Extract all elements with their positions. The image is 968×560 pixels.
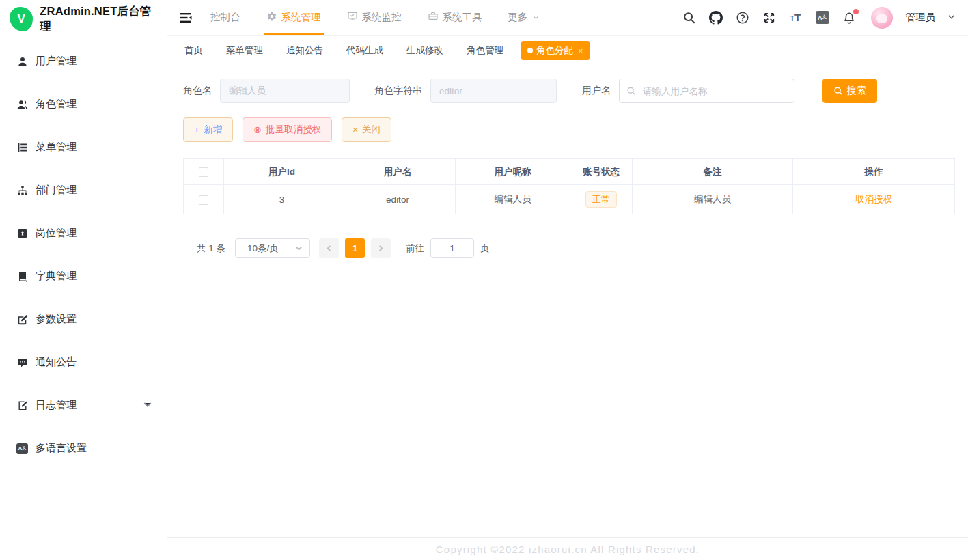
batch-cancel-auth-button[interactable]: ⊗ 批量取消授权	[243, 117, 332, 142]
role-key-field[interactable]	[430, 79, 557, 103]
sidebar-item-menus[interactable]: 菜单管理	[0, 126, 167, 169]
select-all-cell	[184, 159, 224, 185]
cancel-auth-link[interactable]: 取消授权	[855, 194, 892, 204]
tab-role-assign-active[interactable]: 角色分配 ×	[521, 41, 590, 60]
close-button[interactable]: × 关闭	[342, 117, 391, 142]
nav-label: 系统管理	[281, 11, 321, 24]
table-header-row: 用户Id 用户名 用户昵称 账号状态 备注 操作	[184, 159, 955, 185]
sidebar-item-languages[interactable]: A文 多语言设置	[0, 427, 167, 470]
prev-page-button[interactable]	[319, 238, 339, 258]
nav-label: 控制台	[210, 11, 240, 24]
fullscreen-icon[interactable]	[762, 10, 777, 25]
nav-item-system-management[interactable]: 系统管理	[266, 0, 321, 35]
sidebar-item-label: 字典管理	[36, 270, 77, 283]
tab-role-management[interactable]: 角色管理	[467, 44, 503, 57]
page-size-value: 10条/页	[247, 242, 279, 255]
nav-item-console[interactable]: 控制台	[210, 0, 240, 35]
nav-item-more[interactable]: 更多	[508, 0, 540, 35]
top-header: 控制台 系统管理 系统监控 系统工具 更多 TT	[167, 0, 968, 36]
filter-form: 角色名 角色字符串 用户名 搜索	[183, 79, 954, 103]
tab-menu-management[interactable]: 菜单管理	[226, 44, 263, 57]
active-tab-label: 角色分配	[536, 44, 573, 57]
search-icon[interactable]	[682, 10, 697, 25]
select-all-checkbox[interactable]	[199, 167, 208, 177]
badge-icon	[16, 227, 28, 239]
role-name-field[interactable]	[220, 79, 350, 103]
dictionary-icon	[16, 270, 28, 282]
toolbox-icon	[428, 11, 439, 24]
translate-icon[interactable]: A文	[815, 10, 830, 25]
sidebar: V ZRAdmin.NET后台管理 用户管理 角色管理 菜单管理 部门管理 岗位…	[0, 0, 167, 560]
chevron-down-icon[interactable]	[947, 12, 956, 24]
cell-nick-name: 编辑人员	[456, 185, 570, 214]
sidebar-item-label: 用户管理	[36, 55, 77, 68]
add-button[interactable]: + 新增	[183, 117, 233, 142]
logo-row[interactable]: V ZRAdmin.NET后台管理	[0, 0, 167, 38]
main-area: 控制台 系统管理 系统监控 系统工具 更多 TT	[167, 0, 968, 560]
col-user-id: 用户Id	[224, 159, 340, 185]
row-select-cell	[184, 185, 224, 214]
goto-label: 前往	[406, 242, 424, 255]
sidebar-item-posts[interactable]: 岗位管理	[0, 212, 167, 255]
cell-status: 正常	[570, 185, 633, 214]
sidebar-item-dictionary[interactable]: 字典管理	[0, 255, 167, 298]
content-spacer	[183, 258, 954, 537]
tab-notices[interactable]: 通知公告	[286, 44, 323, 57]
toolbar: + 新增 ⊗ 批量取消授权 × 关闭	[183, 117, 954, 142]
user-name[interactable]: 管理员	[906, 11, 936, 24]
page-size-select[interactable]: 10条/页	[235, 238, 310, 258]
sidebar-item-label: 参数设置	[36, 313, 77, 326]
gear-icon	[266, 11, 277, 24]
sidebar-item-users[interactable]: 用户管理	[0, 40, 167, 83]
sidebar-item-label: 部门管理	[36, 184, 77, 197]
current-page-button[interactable]: 1	[345, 238, 365, 258]
tab-code-generation[interactable]: 代码生成	[346, 44, 383, 57]
nav-item-system-monitor[interactable]: 系统监控	[347, 0, 402, 35]
sidebar-menu: 用户管理 角色管理 菜单管理 部门管理 岗位管理 字典管理 参数设置 通知公告	[0, 40, 167, 470]
sidebar-item-departments[interactable]: 部门管理	[0, 169, 167, 212]
table-row: 3 editor 编辑人员 正常 编辑人员 取消授权	[184, 185, 955, 214]
help-icon[interactable]	[735, 10, 750, 25]
sidebar-item-roles[interactable]: 角色管理	[0, 83, 167, 126]
org-chart-icon	[16, 184, 28, 196]
footer: Copyright ©2022 izhaorui.cn All Rights R…	[167, 537, 968, 560]
role-key-label: 角色字符串	[374, 85, 422, 97]
collapse-sidebar-icon[interactable]	[180, 0, 193, 35]
copyright-text: Copyright ©2022 izhaorui.cn All Rights R…	[436, 544, 700, 555]
avatar[interactable]	[871, 7, 893, 29]
font-size-icon[interactable]: TT	[788, 10, 803, 25]
search-button[interactable]: 搜索	[822, 79, 877, 103]
batch-cancel-auth-label: 批量取消授权	[266, 124, 321, 136]
github-icon[interactable]	[708, 10, 723, 25]
sidebar-item-logs[interactable]: 日志管理	[0, 384, 167, 427]
chevron-down-icon	[295, 244, 303, 252]
sidebar-item-notices[interactable]: 通知公告	[0, 341, 167, 384]
user-icon	[16, 55, 28, 67]
tab-generate-modify[interactable]: 生成修改	[406, 44, 443, 57]
users-icon	[16, 98, 28, 110]
close-button-label: 关闭	[362, 124, 381, 136]
chevron-right-icon	[377, 244, 385, 252]
goto-page-input[interactable]	[430, 238, 474, 258]
chevron-down-icon	[532, 12, 540, 23]
sidebar-item-label: 多语言设置	[36, 442, 87, 455]
nav-label: 更多	[508, 11, 528, 24]
tab-home[interactable]: 首页	[184, 44, 203, 57]
cell-user-name: editor	[340, 185, 456, 214]
log-icon	[16, 400, 28, 411]
sidebar-item-label: 通知公告	[36, 356, 77, 369]
col-user-name: 用户名	[340, 159, 456, 185]
nav-item-system-tools[interactable]: 系统工具	[428, 0, 482, 35]
user-name-field[interactable]	[619, 79, 794, 103]
user-name-input-wrap	[619, 79, 794, 103]
cell-action: 取消授权	[793, 185, 955, 214]
search-button-label: 搜索	[847, 85, 866, 97]
logo-letter: V	[18, 12, 25, 26]
bell-icon[interactable]	[842, 10, 857, 25]
circle-close-icon: ⊗	[253, 125, 262, 135]
sidebar-item-parameters[interactable]: 参数设置	[0, 298, 167, 341]
close-icon[interactable]: ×	[578, 46, 583, 56]
comment-icon	[16, 356, 28, 368]
next-page-button[interactable]	[371, 238, 391, 258]
row-checkbox[interactable]	[199, 195, 208, 205]
